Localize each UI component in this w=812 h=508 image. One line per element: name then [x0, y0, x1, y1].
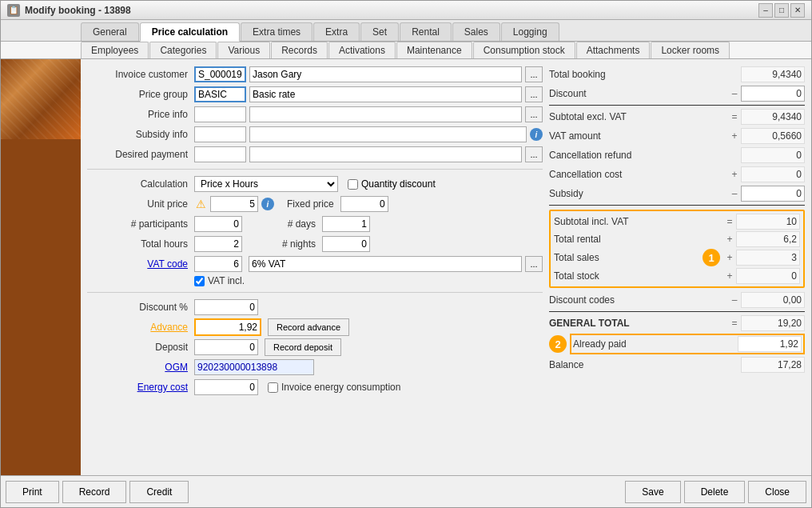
unit-price-info-icon[interactable]: i [261, 198, 274, 210]
subtotal-excl-row: Subtotal excl. VAT = 9,4340 [549, 108, 805, 126]
advance-label[interactable]: Advance [87, 322, 191, 333]
cancellation-cost-row: Cancellation cost + 0 [549, 166, 805, 183]
participants-input[interactable] [194, 216, 242, 232]
discount-codes-row: Discount codes – 0,00 [549, 291, 805, 309]
sub-tab-records[interactable]: Records [271, 42, 328, 58]
total-sales-row: Total sales 1 + 3 [554, 248, 800, 267]
tab-general[interactable]: General [81, 22, 139, 41]
calculation-row: Calculation Price x Hours Price x Days F… [87, 175, 543, 193]
sub-tab-categories[interactable]: Categories [149, 42, 217, 58]
maximize-button[interactable]: □ [774, 3, 789, 18]
record-deposit-button[interactable]: Record deposit [265, 338, 341, 356]
window-title: Modify booking - 13898 [25, 5, 131, 16]
credit-button[interactable]: Credit [129, 481, 189, 503]
vat-incl-checkbox[interactable] [194, 276, 205, 286]
general-total-row: GENERAL TOTAL = 19,20 [549, 314, 805, 332]
subsidy-right-label: Subsidy [549, 188, 728, 199]
sub-tab-attachments[interactable]: Attachments [576, 42, 651, 58]
price-group-code[interactable] [194, 86, 246, 102]
divider-1 [87, 169, 543, 170]
footer: Print Record Credit Save Delete Close [1, 475, 811, 507]
nights-input[interactable] [322, 236, 370, 252]
discount-label: Discount % [87, 302, 191, 313]
vat-browse-button[interactable]: ... [525, 256, 543, 272]
discount-codes-sign: – [728, 294, 741, 306]
close-button[interactable]: Close [748, 481, 806, 503]
sub-tab-various[interactable]: Various [217, 42, 270, 58]
price-info-label: Price info [87, 109, 191, 120]
price-info-row: Price info ... [87, 106, 543, 123]
subsidy-info-code[interactable] [194, 126, 246, 142]
desired-payment-name[interactable] [249, 146, 522, 162]
energy-cost-label[interactable]: Energy cost [87, 382, 191, 393]
delete-button[interactable]: Delete [684, 481, 746, 503]
vat-amount-sign: + [728, 130, 741, 142]
ogm-label[interactable]: OGM [87, 362, 191, 373]
energy-cost-row: Energy cost Invoice energy consumption [87, 378, 543, 396]
price-group-row: Price group ... [87, 86, 543, 103]
desired-payment-code[interactable] [194, 146, 246, 162]
days-input[interactable] [322, 216, 370, 232]
invoice-energy-checkbox[interactable] [268, 382, 278, 393]
sub-tab-locker-rooms[interactable]: Locker rooms [651, 42, 730, 58]
app-icon: 📋 [7, 4, 20, 17]
vat-code-input[interactable] [194, 256, 242, 272]
record-button[interactable]: Record [62, 481, 127, 503]
invoice-customer-browse-button[interactable]: ... [525, 66, 543, 82]
price-group-name[interactable] [249, 86, 522, 102]
tab-logging[interactable]: Logging [501, 22, 559, 41]
sub-tab-maintenance[interactable]: Maintenance [396, 42, 472, 58]
participants-row: # participants # days [87, 215, 543, 233]
tab-rental[interactable]: Rental [400, 22, 452, 41]
invoice-customer-name[interactable] [249, 66, 522, 82]
already-paid-label: Already paid [573, 338, 738, 350]
tab-sales[interactable]: Sales [452, 22, 500, 41]
sub-tab-employees[interactable]: Employees [81, 42, 149, 58]
subtotal-incl-value: 10 [736, 214, 800, 230]
subsidy-right-row: Subsidy – 0 [549, 185, 805, 202]
record-advance-button[interactable]: Record advance [268, 318, 349, 336]
calculation-select[interactable]: Price x Hours Price x Days Fixed price [194, 176, 338, 192]
discount-codes-value: 0,00 [741, 292, 805, 308]
sub-tab-consumption-stock[interactable]: Consumption stock [473, 42, 575, 58]
quantity-discount-checkbox[interactable] [348, 179, 358, 190]
discount-right-label: Discount [549, 88, 728, 99]
tab-price-calculation[interactable]: Price calculation [140, 22, 240, 42]
already-paid-section: 2 Already paid 1,92 [549, 334, 805, 354]
price-info-name[interactable] [249, 106, 522, 122]
price-info-code[interactable] [194, 106, 246, 122]
price-info-browse-button[interactable]: ... [525, 106, 543, 122]
subtotal-incl-row: Subtotal incl. VAT = 10 [554, 213, 800, 230]
tab-set[interactable]: Set [360, 22, 399, 41]
deposit-input[interactable] [194, 339, 258, 355]
tab-extra-times[interactable]: Extra times [241, 22, 312, 41]
invoice-energy-label: Invoice energy consumption [281, 382, 400, 393]
advance-input[interactable] [196, 320, 260, 334]
vat-amount-row: VAT amount + 0,5660 [549, 127, 805, 145]
window-close-button[interactable]: ✕ [790, 3, 805, 18]
save-button[interactable]: Save [625, 481, 680, 503]
general-total-value: 19,20 [741, 315, 805, 331]
energy-cost-input[interactable] [194, 379, 258, 395]
fixed-price-input[interactable] [340, 196, 388, 212]
subtotal-incl-sign: = [723, 216, 736, 227]
subsidy-info-name[interactable] [249, 126, 527, 142]
advance-row: Advance Record advance [87, 318, 543, 336]
subsidy-info-icon[interactable]: i [530, 128, 543, 141]
desired-payment-browse-button[interactable]: ... [525, 146, 543, 162]
invoice-customer-code[interactable] [194, 66, 246, 82]
deposit-row: Deposit Record deposit [87, 338, 543, 356]
sub-tab-activations[interactable]: Activations [328, 42, 396, 58]
tab-extra[interactable]: Extra [313, 22, 360, 41]
total-hours-input[interactable] [194, 236, 242, 252]
discount-input[interactable] [194, 299, 258, 315]
total-hours-row: Total hours # nights [87, 235, 543, 253]
unit-price-input[interactable] [210, 196, 258, 212]
vat-code-label[interactable]: VAT code [87, 258, 191, 270]
print-button[interactable]: Print [6, 481, 59, 503]
ogm-input[interactable] [194, 359, 314, 375]
vat-description-input[interactable] [249, 256, 522, 272]
price-group-browse-button[interactable]: ... [525, 86, 543, 102]
minimize-button[interactable]: – [758, 3, 773, 18]
subsidy-right-value: 0 [741, 186, 805, 202]
